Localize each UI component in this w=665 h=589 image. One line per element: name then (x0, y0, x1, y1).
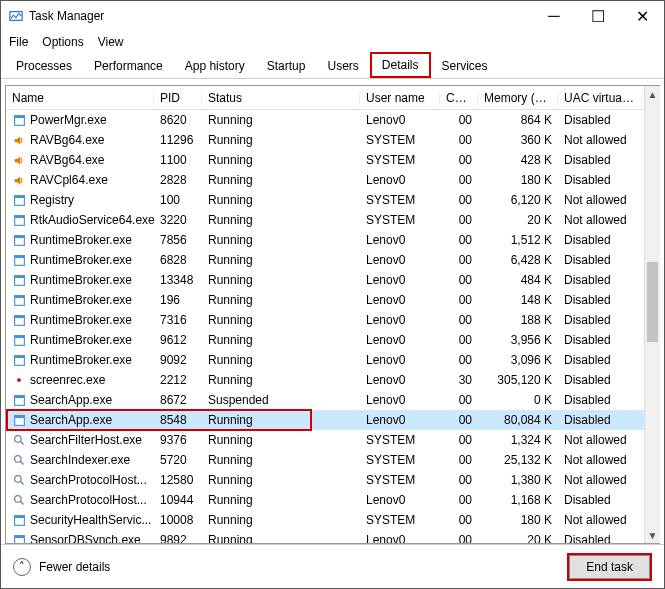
tab-services[interactable]: Services (431, 54, 499, 78)
svg-line-27 (20, 441, 23, 444)
process-name: Registry (30, 193, 74, 207)
cell-pid: 11296 (154, 133, 202, 147)
fewer-details-button[interactable]: ˄ Fewer details (13, 558, 110, 576)
cell-cpu: 00 (440, 133, 478, 147)
end-task-highlight: End task (567, 553, 652, 581)
cell-memory: 180 K (478, 513, 558, 527)
app-icon (9, 9, 23, 23)
cell-memory: 484 K (478, 273, 558, 287)
table-row[interactable]: RuntimeBroker.exe7856RunningLenov0001,51… (6, 230, 659, 250)
details-table: Name PID Status User name CPU Memory (a.… (5, 85, 660, 544)
table-row[interactable]: SearchIndexer.exe5720RunningSYSTEM0025,1… (6, 450, 659, 470)
cell-uac: Disabled (558, 493, 642, 507)
scroll-down-button[interactable]: ▼ (645, 527, 660, 543)
cell-user: Lenov0 (360, 273, 440, 287)
fewer-details-label: Fewer details (39, 560, 110, 574)
col-cpu[interactable]: CPU (440, 91, 478, 105)
cell-uac: Disabled (558, 253, 642, 267)
table-row[interactable]: RuntimeBroker.exe6828RunningLenov0006,42… (6, 250, 659, 270)
cell-uac: Not allowed (558, 213, 642, 227)
col-user[interactable]: User name (360, 91, 440, 105)
cell-user: Lenov0 (360, 333, 440, 347)
table-row[interactable]: SearchApp.exe8548RunningLenov00080,084 K… (6, 410, 659, 430)
maximize-button[interactable]: ☐ (576, 1, 620, 31)
menu-view[interactable]: View (98, 35, 124, 49)
process-name: SearchFilterHost.exe (30, 433, 142, 447)
process-name: RtkAudioService64.exe (30, 213, 154, 227)
table-row[interactable]: RAVBg64.exe11296RunningSYSTEM00360 KNot … (6, 130, 659, 150)
table-row[interactable]: RAVBg64.exe1100RunningSYSTEM00428 KDisab… (6, 150, 659, 170)
table-row[interactable]: RuntimeBroker.exe13348RunningLenov000484… (6, 270, 659, 290)
col-uac[interactable]: UAC virtualizat... (558, 91, 642, 105)
tab-processes[interactable]: Processes (5, 54, 83, 78)
table-row[interactable]: SearchApp.exe8672SuspendedLenov0000 KDis… (6, 390, 659, 410)
col-memory[interactable]: Memory (a... (478, 91, 558, 105)
cell-uac: Not allowed (558, 133, 642, 147)
process-icon (12, 433, 26, 447)
cell-uac: Disabled (558, 173, 642, 187)
cell-user: SYSTEM (360, 433, 440, 447)
process-name: PowerMgr.exe (30, 113, 107, 127)
chevron-up-icon: ˄ (13, 558, 31, 576)
table-row[interactable]: Registry100RunningSYSTEM006,120 KNot all… (6, 190, 659, 210)
col-pid[interactable]: PID (154, 91, 202, 105)
table-row[interactable]: SearchProtocolHost...12580RunningSYSTEM0… (6, 470, 659, 490)
process-name: SearchApp.exe (30, 413, 112, 427)
tab-app-history[interactable]: App history (174, 54, 256, 78)
cell-cpu: 00 (440, 393, 478, 407)
table-row[interactable]: RuntimeBroker.exe7316RunningLenov000188 … (6, 310, 659, 330)
table-row[interactable]: RuntimeBroker.exe9092RunningLenov0003,09… (6, 350, 659, 370)
table-row[interactable]: SearchProtocolHost...10944RunningLenov00… (6, 490, 659, 510)
cell-user: SYSTEM (360, 153, 440, 167)
minimize-button[interactable]: ─ (532, 1, 576, 31)
cell-status: Running (202, 493, 360, 507)
cell-pid: 2212 (154, 373, 202, 387)
end-task-button[interactable]: End task (569, 555, 650, 579)
scroll-up-button[interactable]: ▲ (645, 86, 660, 102)
table-row[interactable]: RAVCpl64.exe2828RunningLenov000180 KDisa… (6, 170, 659, 190)
tab-details[interactable]: Details (370, 52, 431, 78)
svg-rect-14 (14, 295, 24, 297)
scroll-thumb[interactable] (647, 262, 658, 342)
svg-point-32 (14, 495, 21, 502)
table-row[interactable]: RuntimeBroker.exe9612RunningLenov0003,95… (6, 330, 659, 350)
table-row[interactable]: screenrec.exe2212RunningLenov030305,120 … (6, 370, 659, 390)
cell-memory: 864 K (478, 113, 558, 127)
table-row[interactable]: RuntimeBroker.exe196RunningLenov000148 K… (6, 290, 659, 310)
menu-file[interactable]: File (9, 35, 28, 49)
cell-cpu: 00 (440, 333, 478, 347)
scroll-track[interactable] (645, 102, 660, 527)
tab-startup[interactable]: Startup (256, 54, 317, 78)
table-row[interactable]: SecurityHealthServic...10008RunningSYSTE… (6, 510, 659, 530)
cell-user: Lenov0 (360, 293, 440, 307)
cell-pid: 5720 (154, 453, 202, 467)
cell-cpu: 00 (440, 513, 478, 527)
menu-options[interactable]: Options (42, 35, 83, 49)
table-row[interactable]: SensorDBSynch.exe9892RunningLenov00020 K… (6, 530, 659, 543)
table-row[interactable]: RtkAudioService64.exe3220RunningSYSTEM00… (6, 210, 659, 230)
cell-uac: Disabled (558, 153, 642, 167)
cell-pid: 13348 (154, 273, 202, 287)
svg-point-28 (14, 455, 21, 462)
titlebar[interactable]: Task Manager ─ ☐ ✕ (1, 1, 664, 31)
cell-uac: Disabled (558, 233, 642, 247)
cell-status: Running (202, 153, 360, 167)
tab-performance[interactable]: Performance (83, 54, 174, 78)
table-row[interactable]: PowerMgr.exe8620RunningLenov000864 KDisa… (6, 110, 659, 130)
process-name: RuntimeBroker.exe (30, 273, 132, 287)
svg-rect-25 (14, 415, 24, 417)
cell-memory: 80,084 K (478, 413, 558, 427)
cell-cpu: 00 (440, 173, 478, 187)
process-icon (12, 113, 26, 127)
process-icon (12, 153, 26, 167)
vertical-scrollbar[interactable]: ▲ ▼ (644, 86, 660, 543)
col-status[interactable]: Status (202, 91, 360, 105)
tab-users[interactable]: Users (316, 54, 369, 78)
process-icon (12, 253, 26, 267)
svg-rect-12 (14, 275, 24, 277)
close-button[interactable]: ✕ (620, 1, 664, 31)
cell-pid: 196 (154, 293, 202, 307)
col-name[interactable]: Name (6, 91, 154, 105)
process-icon (12, 193, 26, 207)
table-row[interactable]: SearchFilterHost.exe9376RunningSYSTEM001… (6, 430, 659, 450)
